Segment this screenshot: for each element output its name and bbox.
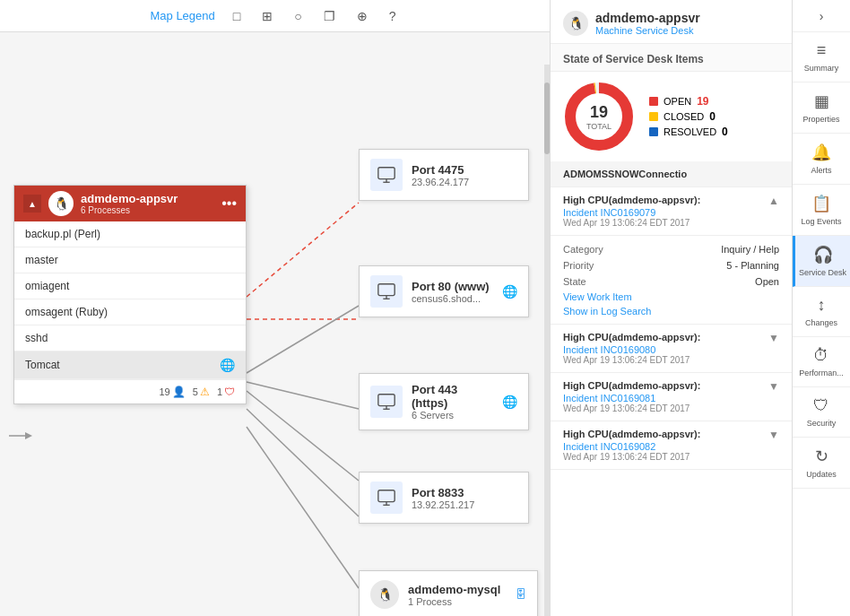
incident-4-date: Wed Apr 19 13:06:24 EDT 2017 xyxy=(563,452,779,462)
svg-rect-15 xyxy=(378,395,395,406)
process-card-title: admdemo-appsvr xyxy=(81,192,178,205)
sidebar-alerts-label: Alerts xyxy=(811,166,831,175)
sidebar-item-service-desk[interactable]: 🎧 Service Desk xyxy=(793,236,850,287)
legend-open-dot xyxy=(649,97,658,106)
svg-line-4 xyxy=(247,391,359,481)
legend-items: OPEN 19 CLOSED 0 RESOLVED 0 xyxy=(649,95,728,138)
port-4475-node[interactable]: Port 4475 23.96.24.177 xyxy=(359,149,529,201)
card-menu-button[interactable]: ••• xyxy=(221,195,237,212)
sidebar-item-security[interactable]: 🛡 Security xyxy=(793,387,850,438)
svg-line-6 xyxy=(247,427,359,588)
sidebar-item-changes[interactable]: ↕ Changes xyxy=(793,287,850,337)
zoom-fit-icon[interactable]: ⊞ xyxy=(258,7,276,25)
scroll-thumb[interactable] xyxy=(544,82,550,154)
port-80-node[interactable]: Port 80 (www) census6.shod... 🌐 xyxy=(359,265,529,317)
svg-rect-18 xyxy=(378,490,395,502)
show-in-log-search-link[interactable]: Show in Log Search xyxy=(563,304,779,318)
linux-icon: 🐧 xyxy=(48,191,74,216)
help-icon[interactable]: ? xyxy=(386,7,400,25)
port-4475-name: Port 4475 xyxy=(412,163,469,177)
zoom-plus-icon[interactable]: ❐ xyxy=(320,7,339,25)
process-item-master[interactable]: master xyxy=(14,247,246,273)
process-item-tomcat[interactable]: Tomcat 🌐 xyxy=(14,351,246,379)
incident-3-expand-button[interactable]: ▼ xyxy=(768,380,779,393)
incident-2-date: Wed Apr 19 13:06:24 EDT 2017 xyxy=(563,355,779,365)
view-work-item-link[interactable]: View Work Item xyxy=(563,290,779,304)
right-panel: 🐧 admdemo-appsvr Machine Service Desk St… xyxy=(550,0,792,616)
port-8833-icon xyxy=(370,482,403,514)
incident-1-date: Wed Apr 19 13:06:24 EDT 2017 xyxy=(563,218,779,228)
incident-1-details: Category Inquiry / Help Priority 5 - Pla… xyxy=(551,236,792,325)
incident-4-id: Incident INC0169082 xyxy=(563,441,779,452)
legend-closed: CLOSED 0 xyxy=(649,110,728,123)
incidents-section-header: ADMOMSSNOWConnectio xyxy=(551,161,792,187)
summary-icon: ≡ xyxy=(817,41,827,60)
sidebar-updates-label: Updates xyxy=(806,470,837,479)
incident-2-expand-button[interactable]: ▼ xyxy=(768,332,779,344)
sidebar-item-summary[interactable]: ≡ Summary xyxy=(793,32,850,82)
zoom-reset-icon[interactable]: ⊕ xyxy=(353,7,371,25)
port-8833-ip: 13.92.251.217 xyxy=(412,499,474,510)
incident-3-date: Wed Apr 19 13:06:24 EDT 2017 xyxy=(563,403,779,413)
port-443-globe-icon: 🌐 xyxy=(502,395,517,409)
svg-rect-9 xyxy=(378,168,395,179)
detail-category: Category Inquiry / Help xyxy=(563,241,779,257)
svg-line-3 xyxy=(247,382,359,409)
port-8833-name: Port 8833 xyxy=(412,486,474,499)
incident-3-title: High CPU(admdemo-appsvr): xyxy=(563,380,779,391)
updates-icon: ↻ xyxy=(815,447,828,466)
incident-item-1[interactable]: ▲ High CPU(admdemo-appsvr): Incident INC… xyxy=(551,187,792,236)
legend-resolved-dot xyxy=(649,127,658,136)
sidebar-performance-label: Performan... xyxy=(799,369,844,377)
port-80-globe-icon: 🌐 xyxy=(502,284,517,299)
legend-closed-dot xyxy=(649,112,658,121)
process-item-backup[interactable]: backup.pl (Perl) xyxy=(14,221,246,247)
toolbar: Map Legend □ ⊞ ○ ❐ ⊕ ? xyxy=(0,0,550,32)
svg-line-2 xyxy=(247,306,359,373)
incident-item-4[interactable]: ▼ High CPU(admdemo-appsvr): Incident INC… xyxy=(551,421,792,470)
mysql-title: admdemo-mysql xyxy=(408,583,507,596)
sidebar-item-log-events[interactable]: 📋 Log Events xyxy=(793,185,850,236)
map-legend-title: Map Legend xyxy=(150,9,214,22)
port-icon xyxy=(370,159,403,191)
port-80-icon xyxy=(370,275,403,308)
collapse-button[interactable]: ▲ xyxy=(23,195,41,213)
mysql-node[interactable]: 🐧 admdemo-mysql 1 Process 🗄 xyxy=(359,570,538,616)
sidebar-service-desk-label: Service Desk xyxy=(799,268,846,277)
process-card-subtitle: 6 Processes xyxy=(81,205,178,215)
sidebar-item-updates[interactable]: ↻ Updates xyxy=(793,438,850,489)
panel-header: 🐧 admdemo-appsvr Machine Service Desk xyxy=(551,0,792,44)
port-443-servers: 6 Servers xyxy=(412,410,493,421)
globe-icon: 🌐 xyxy=(220,358,235,372)
zoom-minus-icon[interactable]: ○ xyxy=(291,7,305,25)
zoom-out-icon[interactable]: □ xyxy=(230,7,244,25)
sidebar-item-properties[interactable]: ▦ Properties xyxy=(793,82,850,134)
warning-icon: ⚠ xyxy=(200,386,210,398)
process-item-omsagent[interactable]: omsagent (Ruby) xyxy=(14,299,246,325)
svg-rect-12 xyxy=(378,284,395,296)
detail-state: State Open xyxy=(563,273,779,290)
incident-1-collapse-button[interactable]: ▲ xyxy=(768,195,779,207)
process-item-sshd[interactable]: sshd xyxy=(14,325,246,351)
port-443-node[interactable]: Port 443 (https) 6 Servers 🌐 xyxy=(359,373,529,430)
security-icon: 🛡 xyxy=(813,396,829,415)
svg-line-0 xyxy=(247,203,359,297)
incidents-area: ADMOMSSNOWConnectio ▲ High CPU(admdemo-a… xyxy=(551,161,792,616)
panel-linux-icon: 🐧 xyxy=(563,11,588,36)
badge-count2: 5 ⚠ xyxy=(193,386,210,398)
alerts-icon: 🔔 xyxy=(811,143,831,162)
sidebar-item-performance[interactable]: ⏱ Performan... xyxy=(793,337,850,387)
sidebar-chevron-button[interactable]: › xyxy=(793,0,850,32)
process-item-omiagent[interactable]: omiagent xyxy=(14,273,246,299)
person-icon: 👤 xyxy=(172,386,186,398)
sidebar-security-label: Security xyxy=(807,419,837,428)
sidebar-item-alerts[interactable]: 🔔 Alerts xyxy=(793,134,850,185)
incident-4-expand-button[interactable]: ▼ xyxy=(768,429,779,441)
port-8833-node[interactable]: Port 8833 13.92.251.217 xyxy=(359,472,529,524)
incident-item-3[interactable]: ▼ High CPU(admdemo-appsvr): Incident INC… xyxy=(551,373,792,421)
incident-item-2[interactable]: ▼ High CPU(admdemo-appsvr): Incident INC… xyxy=(551,325,792,373)
panel-subtitle: Machine Service Desk xyxy=(595,25,700,36)
sidebar-summary-label: Summary xyxy=(804,64,839,73)
process-list: backup.pl (Perl) master omiagent omsagen… xyxy=(14,221,246,379)
map-area: Map Legend □ ⊞ ○ ❐ ⊕ ? xyxy=(0,0,550,616)
